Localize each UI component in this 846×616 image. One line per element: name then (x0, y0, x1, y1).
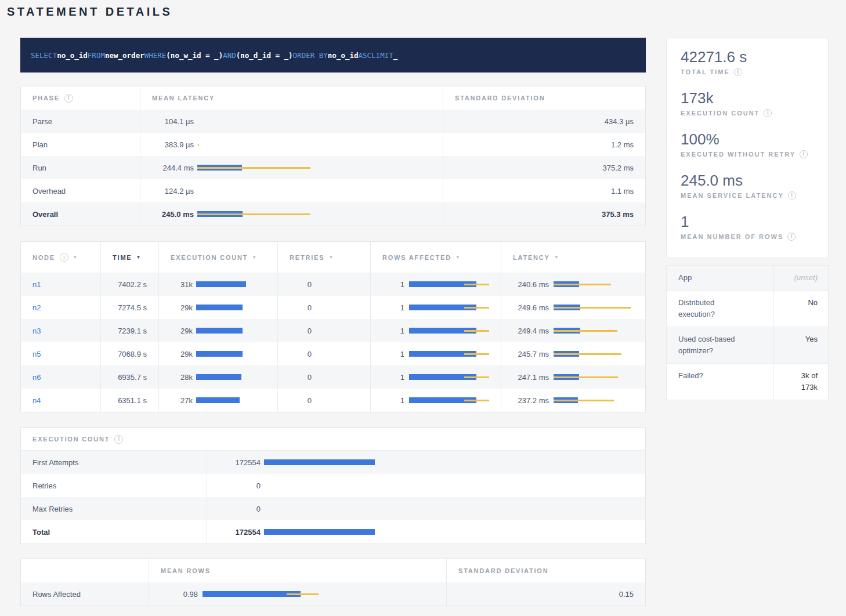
execution-count-bar (196, 305, 266, 310)
stat-value: 1 (681, 213, 814, 230)
execution-count-header-cell[interactable]: EXECUTION COUNT (158, 242, 277, 273)
table-row: First Attempts 172554 (21, 451, 645, 474)
time-value: 6351.1 s (118, 396, 147, 405)
rows-affected-table-header: MEAN ROWS STANDARD DEVIATION (21, 559, 645, 582)
phase-label: Overhead (32, 187, 66, 195)
attr-value: 3k of 173k (773, 364, 828, 400)
info-icon[interactable] (734, 68, 742, 76)
stat-label: EXECUTION COUNT (681, 110, 760, 117)
execution-count-bar (196, 397, 266, 403)
rows-affected-bar (409, 305, 496, 310)
stat-label: MEAN SERVICE LATENCY (681, 192, 784, 199)
exec-row-label: Retries (32, 481, 56, 490)
rows-affected-value: 1 (382, 303, 404, 312)
stat-value: 42271.6 s (681, 48, 814, 66)
stddev-value: 0.15 (619, 590, 634, 599)
table-row: Used cost-based optimizer? Yes (667, 327, 828, 363)
latency-value: 240.6 ms (513, 280, 549, 289)
stddev-value: 1.2 ms (611, 140, 634, 149)
node-header-label: NODE (32, 254, 55, 261)
node-link[interactable]: n1 (32, 280, 41, 289)
time-header-cell[interactable]: TIME (100, 242, 158, 273)
mean-latency-bar (197, 188, 437, 194)
table-row: n4 6351.1 s 27k 0 1 237.2 ms (21, 389, 645, 412)
exec-row-bar (264, 483, 634, 488)
phase-header-label: PHASE (32, 95, 60, 102)
info-icon[interactable] (764, 109, 772, 117)
mean-latency-bar (197, 211, 437, 217)
phase-label: Plan (32, 140, 48, 149)
rows-affected-header-cell[interactable]: ROWS AFFECTED (370, 242, 501, 273)
execution-count-value: 28k (171, 373, 193, 382)
info-icon[interactable] (787, 233, 796, 241)
latency-bar (554, 397, 639, 403)
node-link[interactable]: n3 (32, 327, 41, 335)
stat-total-time: 42271.6 s TOTAL TIME (681, 48, 814, 76)
table-row: Retries 0 (21, 474, 645, 497)
info-icon[interactable] (64, 94, 73, 103)
table-row: Distributed execution? No (667, 290, 828, 327)
mean-latency-value: 245.0 ms (152, 210, 194, 219)
phase-table-header: PHASE MEAN LATENCY STANDARD DEVIATION (21, 86, 645, 110)
sort-desc-icon (328, 255, 333, 260)
stddev-value: 375.2 ms (603, 164, 634, 172)
time-value: 7402.2 s (118, 280, 147, 289)
attr-label: App (667, 266, 754, 290)
page-title: STATEMENT DETAILS (7, 5, 840, 19)
node-link[interactable]: n4 (32, 396, 41, 405)
latency-header-label: LATENCY (513, 254, 550, 261)
latency-value: 237.2 ms (513, 396, 549, 405)
info-icon[interactable] (114, 435, 123, 444)
statement-attributes-table: App (unset) Distributed execution? No Us… (666, 265, 829, 400)
time-value: 6935.7 s (118, 373, 147, 382)
execution-count-value: 29k (171, 327, 193, 335)
exec-row-label: Max Retries (32, 505, 73, 513)
time-value: 7239.1 s (118, 327, 147, 335)
latency-header-cell[interactable]: LATENCY (501, 242, 645, 273)
info-icon[interactable] (788, 191, 796, 200)
latency-value: 247.1 ms (513, 373, 549, 382)
stddev-header-label: STANDARD DEVIATION (455, 95, 545, 102)
latency-value: 249.6 ms (513, 303, 549, 312)
retries-header-cell[interactable]: RETRIES (277, 242, 370, 273)
node-table-header: NODE TIME EXECUTION COUNT RETRIES (21, 242, 645, 273)
node-link[interactable]: n5 (32, 350, 41, 358)
info-icon[interactable] (800, 150, 808, 158)
mean-rows-header-label: MEAN ROWS (161, 567, 211, 574)
mean-rows-value: 0.98 (161, 590, 198, 599)
sort-desc-icon (455, 255, 460, 260)
attr-value: Yes (773, 327, 828, 363)
rows-affected-bar (409, 374, 496, 380)
latency-bar (554, 328, 639, 334)
retries-value: 0 (290, 303, 312, 312)
mean-latency-bar (197, 118, 437, 124)
mean-latency-value: 104.1 µs (152, 117, 194, 126)
attr-label: Distributed execution? (667, 291, 754, 327)
phase-label: Parse (32, 117, 52, 126)
info-icon[interactable] (60, 253, 68, 262)
phase-label: Overall (32, 210, 58, 219)
table-row: Failed? 3k of 173k (667, 363, 828, 400)
attr-label: Used cost-based optimizer? (667, 327, 754, 363)
table-row: Overall 245.0 ms 375.3 ms (21, 202, 645, 226)
node-header-cell[interactable]: NODE (21, 242, 100, 273)
table-row: n1 7402.2 s 31k 0 1 240.6 ms (21, 273, 645, 296)
stat-mean-service-latency: 245.0 ms MEAN SERVICE LATENCY (681, 172, 814, 200)
retries-value: 0 (290, 396, 312, 405)
execution-count-bar (196, 351, 266, 357)
exec-row-label: Total (32, 528, 50, 537)
table-row: Max Retries 0 (21, 497, 645, 520)
statement-details-page: STATEMENT DETAILS SELECT no_o_id FROM ne… (0, 0, 846, 606)
node-link[interactable]: n2 (32, 303, 41, 312)
rows-affected-value: 1 (382, 373, 404, 382)
stddev-header-cell: STANDARD DEVIATION (443, 86, 645, 110)
rows-affected-value: 1 (382, 280, 404, 289)
rows-affected-header-label: ROWS AFFECTED (382, 254, 451, 261)
exec-row-value: 172554 (219, 528, 261, 537)
rows-affected-bar (409, 328, 496, 334)
execution-count-value: 27k (171, 396, 193, 405)
stat-label: MEAN NUMBER OF ROWS (681, 233, 783, 240)
node-link[interactable]: n6 (32, 373, 41, 382)
retries-value: 0 (290, 350, 312, 358)
mean-latency-value: 124.2 µs (152, 187, 194, 195)
